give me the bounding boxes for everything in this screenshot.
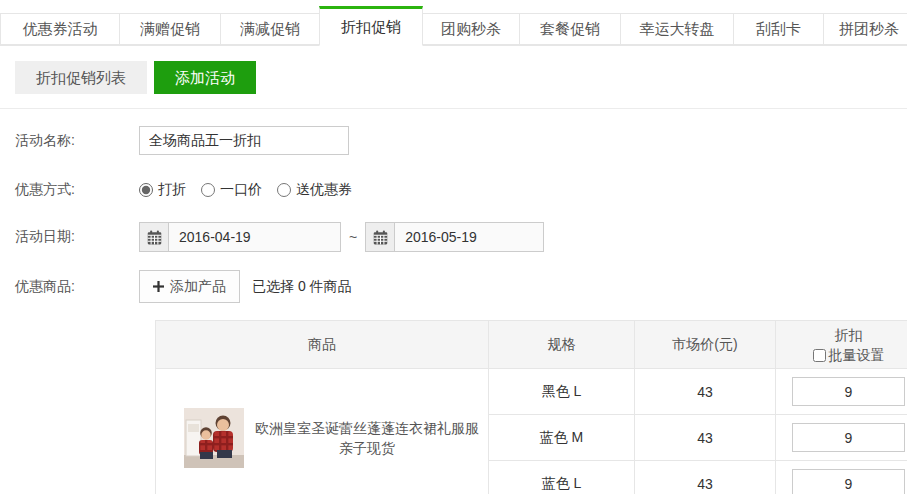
discount-method-row: 优惠方式: 打折 一口价 送优惠券 [15,181,907,199]
tab-lucky-wheel[interactable]: 幸运大转盘 [620,13,734,45]
table-row: 欧洲皇室圣诞蕾丝蓬蓬连衣裙礼服服 亲子现货 黑色 L 43 [156,369,907,415]
batch-set-label: 批量设置 [829,347,885,365]
header-discount: 折扣 批量设置 [776,321,907,369]
tab-discount-promo[interactable]: 折扣促销 [319,6,423,46]
plus-icon [153,279,164,295]
radio-option-songyouhuiquan[interactable]: 送优惠券 [277,181,352,199]
calendar-icon[interactable] [366,223,395,251]
table-header-row: 商品 规格 市场价(元) 折扣 批量设置 [156,321,907,369]
date-range-separator: ~ [349,229,357,245]
add-activity-button[interactable]: 添加活动 [154,61,256,94]
header-product: 商品 [156,321,489,369]
tab-group-seckill[interactable]: 团购秒杀 [422,13,520,45]
activity-name-row: 活动名称: [15,126,907,155]
tab-scratch-card[interactable]: 刮刮卡 [733,13,824,45]
discount-method-label: 优惠方式: [15,181,139,199]
discount-input[interactable] [792,377,905,406]
radio-option-yikoujia[interactable]: 一口价 [201,181,262,199]
discount-cell [776,369,907,415]
tab-full-gift-promo[interactable]: 满赠促销 [119,13,221,45]
market-price-cell: 43 [635,369,776,415]
market-price-cell: 43 [635,415,776,461]
activity-name-label: 活动名称: [15,132,139,150]
discount-input[interactable] [792,423,905,452]
header-market-price: 市场价(元) [635,321,776,369]
add-activity-form: 活动名称: 优惠方式: 打折 一口价 送优惠券 活动日期: [0,126,907,494]
spec-cell: 黑色 L [489,369,635,415]
start-date-value[interactable]: 2016-04-19 [169,229,261,245]
activity-date-row: 活动日期: 2016-04-19 ~ [15,222,907,252]
radio-yikoujia-label: 一口价 [220,181,262,199]
batch-set-checkbox[interactable] [813,349,826,362]
spec-cell: 蓝色 M [489,415,635,461]
product-image [184,408,244,468]
spec-cell: 蓝色 L [489,461,635,494]
header-discount-title: 折扣 [776,325,907,345]
discount-input[interactable] [792,469,905,494]
activity-name-input[interactable] [139,126,349,155]
start-date-picker[interactable]: 2016-04-19 [139,222,341,252]
discount-cell [776,461,907,494]
subnav: 折扣促销列表 添加活动 [0,46,907,109]
radio-yikoujia[interactable] [201,183,215,197]
discount-products-table: 商品 规格 市场价(元) 折扣 批量设置 [155,320,907,494]
end-date-value[interactable]: 2016-05-19 [395,229,487,245]
tab-package-promo[interactable]: 套餐促销 [519,13,621,45]
product-title: 欧洲皇室圣诞蕾丝蓬蓬连衣裙礼服服 亲子现货 [254,418,480,458]
discount-promo-list-button[interactable]: 折扣促销列表 [15,61,147,94]
tab-pintuan-seckill[interactable]: 拼团秒杀 [823,13,907,45]
header-spec: 规格 [489,321,635,369]
add-product-label: 添加产品 [170,278,226,296]
end-date-picker[interactable]: 2016-05-19 [365,222,544,252]
tab-coupon-activity[interactable]: 优惠券活动 [0,13,120,45]
discount-products-row: 优惠商品: 添加产品 已选择 0 件商品 [15,270,907,303]
selected-count-text: 已选择 0 件商品 [252,278,352,296]
discount-products-label: 优惠商品: [15,278,139,296]
radio-songyouhuiquan[interactable] [277,183,291,197]
tab-full-reduction-promo[interactable]: 满减促销 [220,13,320,45]
discount-method-options: 打折 一口价 送优惠券 [139,181,352,199]
market-price-cell: 43 [635,461,776,494]
calendar-icon[interactable] [140,223,169,251]
radio-dazhe-label: 打折 [158,181,186,199]
radio-dazhe[interactable] [139,183,153,197]
activity-date-label: 活动日期: [15,228,139,246]
add-product-button[interactable]: 添加产品 [139,270,240,303]
promotion-tabbar: 优惠券活动 满赠促销 满减促销 折扣促销 团购秒杀 套餐促销 幸运大转盘 刮刮卡… [0,0,907,46]
radio-option-dazhe[interactable]: 打折 [139,181,186,199]
discount-cell [776,415,907,461]
product-cell: 欧洲皇室圣诞蕾丝蓬蓬连衣裙礼服服 亲子现货 [156,369,489,494]
radio-songyouhuiquan-label: 送优惠券 [296,181,352,199]
